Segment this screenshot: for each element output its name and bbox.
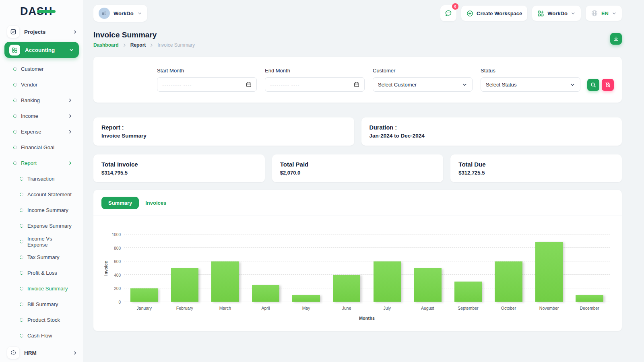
sidebar-item-product-stock[interactable]: Product Stock [0, 312, 83, 328]
bar-january [130, 288, 158, 302]
workspace-switcher[interactable]: WorkDo [93, 5, 147, 22]
sidebar-item-accounting[interactable]: Accounting [4, 42, 79, 58]
brand-logo[interactable]: DASH [0, 0, 83, 23]
sidebar-item-expense-summary[interactable]: Expense Summary [0, 218, 83, 234]
sidebar: DASH ProjectsAccountingCustomerVendorBan… [0, 0, 83, 362]
sidebar-item-label: Product Stock [27, 317, 73, 323]
total-due-label: Total Due [458, 161, 614, 168]
bullet-icon [13, 98, 18, 103]
sidebar-item-label: Customer [21, 66, 73, 72]
sidebar-item-income[interactable]: Income [0, 108, 83, 124]
bullet-icon [19, 302, 24, 307]
tab-invoices[interactable]: Invoices [145, 200, 166, 206]
brand-logo-dash [37, 10, 56, 13]
sidebar-item-report[interactable]: Report [0, 155, 83, 171]
sidebar-item-income-summary[interactable]: Income Summary [0, 202, 83, 218]
y-tick-label: 800 [114, 246, 121, 250]
sidebar-item-label: Income Vs Expense [27, 236, 73, 248]
bullet-icon [13, 145, 18, 150]
total-invoice-label: Total Invoice [101, 161, 257, 168]
sidebar-menu: ProjectsAccountingCustomerVendorBankingI… [0, 25, 83, 360]
total-due-card: Total Due$312,725.5 [450, 154, 622, 182]
sidebar-item-projects[interactable]: Projects [0, 25, 83, 39]
page-title: Invoice Summary [93, 31, 195, 39]
reset-filter-button[interactable] [602, 79, 614, 91]
sidebar-item-label: Transaction [27, 176, 73, 182]
y-axis-ticks: 02004006008001000 [109, 234, 124, 302]
sidebar-item-label: Invoice Summary [27, 286, 73, 292]
bar-slot-july [367, 234, 407, 302]
sidebar-item-bill-summary[interactable]: Bill Summary [0, 296, 83, 312]
status-select[interactable]: Select Status [481, 77, 580, 92]
bar-july [374, 261, 401, 302]
x-axis-title: Months [93, 316, 622, 321]
download-button[interactable] [610, 33, 622, 45]
chat-icon [444, 9, 452, 17]
sidebar-item-label: Expense [21, 129, 68, 135]
messages-button[interactable]: 0 [440, 5, 456, 21]
total-paid-label: Total Paid [280, 161, 436, 168]
duration-card-value: Jan-2024 to Dec-2024 [369, 133, 614, 139]
breadcrumb-item-dashboard[interactable]: Dashboard [93, 42, 119, 48]
sidebar-item-expense[interactable]: Expense [0, 124, 83, 140]
sidebar-item-income-vs-expense[interactable]: Income Vs Expense [0, 234, 83, 249]
bar-march [211, 261, 239, 302]
sidebar-item-label: Report [21, 160, 68, 166]
calendar-icon [246, 82, 252, 87]
bullet-icon [13, 82, 18, 87]
checkbox-icon [7, 26, 19, 38]
start-month-input[interactable]: --------- ---- [157, 77, 257, 92]
main-content: WorkDo 0 [83, 0, 644, 362]
bullet-icon [19, 224, 24, 228]
apply-filter-button[interactable] [587, 79, 599, 91]
sidebar-item-profit-loss[interactable]: Profit & Loss [0, 265, 83, 281]
sidebar-item-banking[interactable]: Banking [0, 93, 83, 108]
total-invoice-value: $314,795.5 [101, 170, 257, 176]
chevron-right-icon [68, 129, 73, 134]
sidebar-item-vendor[interactable]: Vendor [0, 77, 83, 93]
app-switcher-button[interactable]: WorkDo [532, 6, 581, 21]
breadcrumb: DashboardReportInvoice Summary [93, 42, 195, 48]
sidebar-item-label: Financial Goal [21, 144, 73, 150]
workspace-avatar [99, 8, 110, 19]
chart-plot-area [124, 234, 610, 302]
sidebar-item-account-statement[interactable]: Account Statement [0, 187, 83, 202]
sidebar-item-cash-flow[interactable]: Cash Flow [0, 328, 83, 343]
sidebar-item-transaction[interactable]: Transaction [0, 171, 83, 187]
topbar: WorkDo 0 [93, 0, 622, 23]
total-due-value: $312,725.5 [458, 170, 614, 176]
status-field-group: Status Select Status [481, 68, 580, 92]
tab-summary[interactable]: Summary [101, 197, 139, 209]
breadcrumb-item-report[interactable]: Report [130, 42, 146, 48]
bullet-icon [19, 333, 24, 338]
language-selector[interactable]: EN [586, 6, 622, 21]
bars-container [124, 234, 610, 302]
chevron-right-icon [122, 43, 127, 48]
topbar-right: 0 Create Workspace WorkDo [440, 5, 622, 21]
messages-badge: 0 [452, 3, 458, 10]
bullet-icon [19, 255, 24, 260]
sidebar-item-invoice-summary[interactable]: Invoice Summary [0, 281, 83, 296]
workspace-label: WorkDo [114, 10, 134, 16]
app-root: DASH ProjectsAccountingCustomerVendorBan… [0, 0, 644, 362]
bullet-icon [13, 161, 18, 166]
customer-select[interactable]: Select Customer [373, 77, 473, 92]
filter-panel: Start Month --------- ---- End Month ---… [93, 57, 622, 103]
end-month-input[interactable]: --------- ---- [265, 77, 365, 92]
end-month-value: --------- ---- [270, 82, 300, 88]
bar-april [252, 285, 279, 302]
bar-slot-november [529, 234, 570, 302]
sidebar-item-hrm[interactable]: HRM [0, 346, 83, 360]
x-tick-label-january: January [124, 306, 165, 311]
sidebar-item-customer[interactable]: Customer [0, 61, 83, 77]
x-tick-label-april: April [246, 306, 286, 311]
status-selected-value: Select Status [486, 82, 517, 88]
sidebar-item-label: HRM [24, 350, 72, 356]
sidebar-item-label: Projects [24, 29, 72, 35]
sidebar-item-financial-goal[interactable]: Financial Goal [0, 140, 83, 155]
sidebar-item-tax-summary[interactable]: Tax Summary [0, 249, 83, 265]
duration-card: Duration : Jan-2024 to Dec-2024 [361, 117, 622, 146]
x-tick-label-november: November [529, 306, 570, 311]
create-workspace-button[interactable]: Create Workspace [461, 6, 527, 21]
report-card-title: Report : [101, 124, 346, 131]
